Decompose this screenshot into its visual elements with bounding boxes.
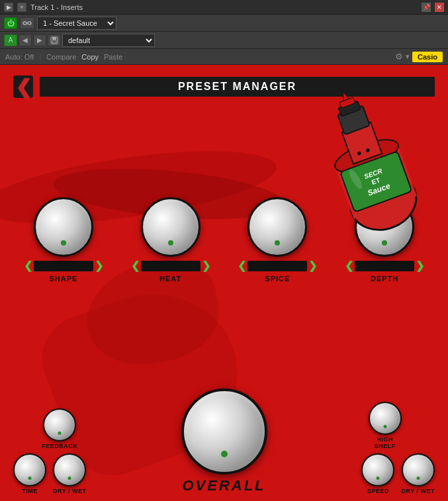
title-bar: ▶ + Track 1 - Inserts 📌 ✕ [0, 0, 448, 15]
svg-rect-1 [28, 22, 31, 24]
dry-wet-right-knob[interactable] [402, 453, 435, 486]
casio-badge: Casio [412, 52, 443, 62]
spice-chevron-right[interactable]: ❯ [308, 259, 317, 272]
chain-button[interactable] [20, 17, 34, 29]
shape-chevron-row: ❮ ❯ [24, 259, 103, 272]
svg-rect-5 [52, 40, 56, 43]
heat-label: HEAT [159, 275, 181, 283]
feedback-knob[interactable] [43, 408, 76, 441]
shape-chevron-right[interactable]: ❯ [95, 259, 103, 272]
depth-chevron-right[interactable]: ❯ [416, 259, 424, 272]
toolbar-row1: ⏻ 1 - Secret Sauce [0, 15, 448, 32]
dry-wet-left-item: DRY / WET [53, 453, 87, 494]
shape-bar [34, 261, 93, 271]
nav-back-button[interactable]: ◀ [19, 34, 32, 46]
svg-rect-0 [23, 22, 26, 24]
spice-chevron-row: ❮ ❯ [238, 259, 317, 272]
dry-wet-left-knob[interactable] [53, 453, 86, 486]
settings-area: ⚙ ▾ Casio [395, 52, 443, 62]
auto-button[interactable]: A [4, 34, 17, 46]
preset-back-button[interactable]: ❮ [13, 75, 33, 98]
spice-knob[interactable] [247, 197, 307, 257]
toolbar-row2: A ◀ ▶ default [0, 32, 448, 49]
shape-chevron-left[interactable]: ❮ [24, 259, 32, 272]
track-icon: ▶ [4, 3, 13, 12]
overall-group: OVERALL [181, 388, 267, 494]
compare-button[interactable]: Compare [46, 53, 76, 61]
heat-knob[interactable] [141, 197, 201, 257]
right-bottom-knobs: HIGHSHELF SPEED DRY / WET [361, 402, 435, 494]
time-item: TIME [13, 453, 46, 494]
overall-label: OVERALL [182, 477, 265, 494]
high-shelf-label: HIGHSHELF [375, 436, 396, 449]
dry-wet-left-label: DRY / WET [53, 488, 87, 494]
title-bar-text: Track 1 - Inserts [30, 3, 418, 11]
heat-chevron-left[interactable]: ❮ [131, 259, 140, 272]
high-shelf-item: HIGHSHELF [369, 402, 402, 449]
bottom-section: FEEDBACK TIME DRY / WET OVERALL [0, 388, 448, 494]
left-bottom-row2: TIME DRY / WET [13, 453, 87, 494]
svg-marker-20 [341, 91, 349, 101]
time-label: TIME [22, 488, 38, 494]
heat-chevron-row: ❮ ❯ [131, 259, 210, 272]
plugin-area: SECR ET Sauce ❮ PRESET MANAGER ❮ ❯ SHA [0, 65, 448, 501]
paste-button[interactable]: Paste [104, 53, 122, 61]
svg-rect-4 [52, 37, 56, 40]
shape-group: ❮ ❯ SHAPE [24, 197, 103, 283]
feedback-item: FEEDBACK [42, 408, 77, 449]
gear-icon[interactable]: ⚙ [395, 52, 403, 62]
depth-bar [355, 261, 414, 271]
pin-icon[interactable]: 📌 [422, 3, 431, 12]
depth-chevron-left[interactable]: ❮ [345, 259, 353, 272]
save-button[interactable] [48, 34, 61, 46]
heat-chevron-right[interactable]: ❯ [202, 259, 210, 272]
preset-name-dropdown[interactable]: default [62, 34, 155, 47]
preset-slot-dropdown[interactable]: 1 - Secret Sauce [37, 17, 116, 30]
plus-icon[interactable]: + [17, 3, 26, 12]
heat-bar [141, 261, 201, 271]
spice-label: SPICE [265, 275, 290, 283]
right-bottom-row2: SPEED DRY / WET [361, 453, 435, 494]
spice-bar [247, 261, 307, 271]
menu-chevron-icon[interactable]: ▾ [406, 52, 410, 61]
close-button[interactable]: ✕ [435, 3, 444, 12]
speed-knob[interactable] [361, 453, 394, 486]
depth-label: DEPTH [371, 275, 398, 283]
heat-group: ❮ ❯ HEAT [131, 197, 210, 283]
spice-chevron-left[interactable]: ❮ [238, 259, 246, 272]
nav-forward-button[interactable]: ▶ [33, 34, 46, 46]
depth-chevron-row: ❮ ❯ [345, 259, 424, 272]
time-knob[interactable] [13, 453, 46, 486]
speed-label: SPEED [367, 488, 389, 494]
dry-wet-right-item: DRY / WET [401, 453, 435, 494]
copy-button[interactable]: Copy [81, 53, 99, 61]
shape-label: SHAPE [49, 275, 77, 283]
dry-wet-right-label: DRY / WET [401, 488, 435, 494]
left-bottom-knobs: FEEDBACK TIME DRY / WET [13, 408, 87, 494]
shape-knob[interactable] [34, 197, 93, 257]
overall-knob[interactable] [181, 388, 267, 475]
feedback-label: FEEDBACK [42, 443, 77, 449]
speed-item: SPEED [361, 453, 394, 494]
auto-status: Auto: Off [5, 53, 34, 61]
status-bar: Auto: Off | Compare Copy Paste ⚙ ▾ Casio [0, 49, 448, 65]
power-button[interactable]: ⏻ [4, 17, 17, 29]
high-shelf-knob[interactable] [369, 402, 402, 435]
